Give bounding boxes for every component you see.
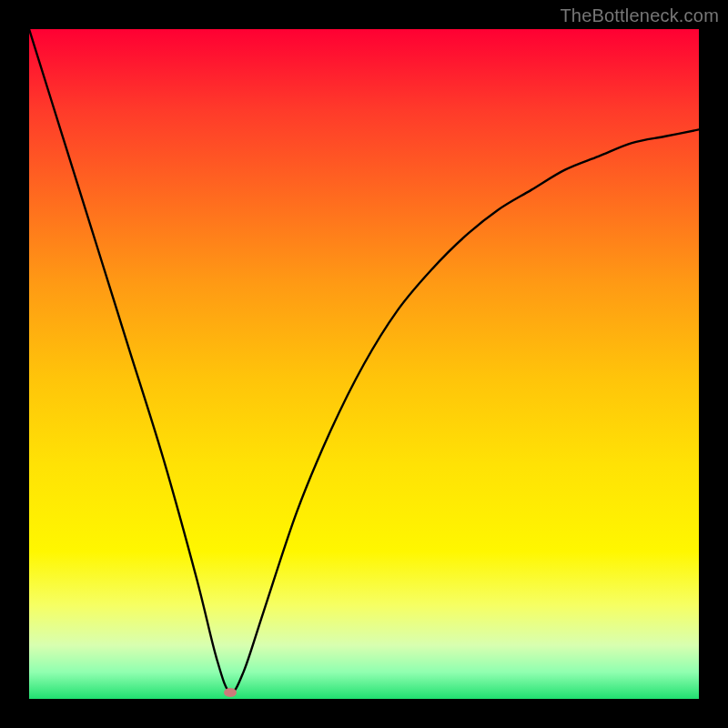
curve-path [29,29,699,693]
optimum-marker [224,688,237,697]
chart-frame: TheBottleneck.com [0,0,728,728]
watermark-text: TheBottleneck.com [560,5,719,26]
plot-area [29,29,699,699]
bottleneck-curve [29,29,699,699]
